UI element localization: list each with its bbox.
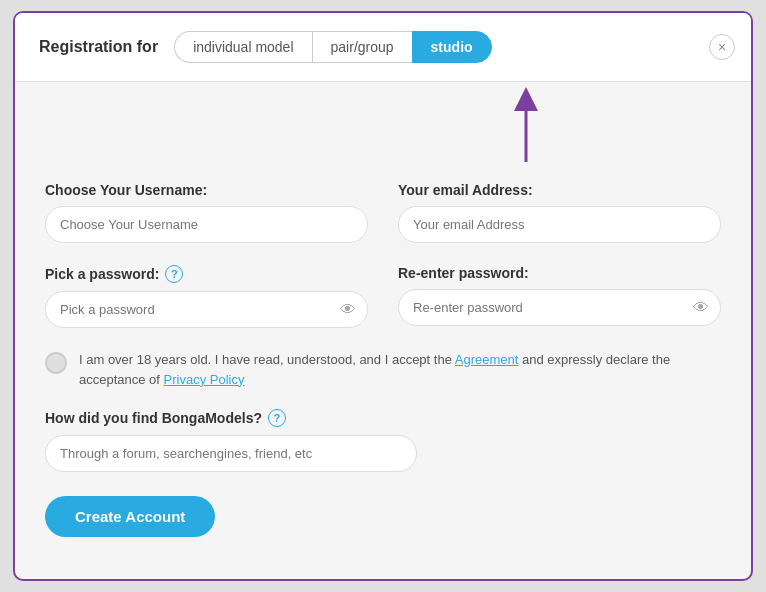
privacy-policy-link[interactable]: Privacy Policy bbox=[164, 372, 245, 387]
reenter-password-group: Re-enter password: 👁 bbox=[398, 265, 721, 328]
password-input[interactable] bbox=[45, 291, 368, 328]
reenter-label: Re-enter password: bbox=[398, 265, 721, 281]
password-group: Pick a password: ? 👁 bbox=[45, 265, 368, 328]
create-account-button[interactable]: Create Account bbox=[45, 496, 215, 537]
find-input[interactable] bbox=[45, 435, 417, 472]
password-help-icon[interactable]: ? bbox=[165, 265, 183, 283]
registration-modal: Registration for individual model pair/g… bbox=[13, 11, 753, 581]
reenter-eye-icon[interactable]: 👁 bbox=[693, 299, 709, 317]
find-help-icon[interactable]: ? bbox=[268, 409, 286, 427]
modal-title: Registration for bbox=[39, 38, 158, 56]
password-label: Pick a password: ? bbox=[45, 265, 368, 283]
modal-header: Registration for individual model pair/g… bbox=[15, 13, 751, 82]
find-label: How did you find BongaModels? ? bbox=[45, 409, 721, 427]
email-input[interactable] bbox=[398, 206, 721, 243]
tab-group: individual model pair/group studio bbox=[174, 31, 491, 63]
email-group: Your email Address: bbox=[398, 182, 721, 243]
tab-pair-group[interactable]: pair/group bbox=[312, 31, 412, 63]
form-row-2: Pick a password: ? 👁 Re-enter password: … bbox=[45, 265, 721, 328]
email-label: Your email Address: bbox=[398, 182, 721, 198]
password-eye-icon[interactable]: 👁 bbox=[340, 301, 356, 319]
tab-individual-model[interactable]: individual model bbox=[174, 31, 311, 63]
modal-body: Choose Your Username: Your email Address… bbox=[15, 172, 751, 567]
username-label: Choose Your Username: bbox=[45, 182, 368, 198]
agreement-checkbox[interactable] bbox=[45, 352, 67, 374]
reenter-input[interactable] bbox=[398, 289, 721, 326]
find-section: How did you find BongaModels? ? bbox=[45, 409, 721, 472]
arrow-container bbox=[15, 82, 751, 172]
username-group: Choose Your Username: bbox=[45, 182, 368, 243]
agreement-text: I am over 18 years old. I have read, und… bbox=[79, 350, 721, 389]
reenter-input-wrapper: 👁 bbox=[398, 289, 721, 326]
agreement-row: I am over 18 years old. I have read, und… bbox=[45, 350, 721, 389]
tab-studio[interactable]: studio bbox=[412, 31, 492, 63]
username-input[interactable] bbox=[45, 206, 368, 243]
password-input-wrapper: 👁 bbox=[45, 291, 368, 328]
form-row-1: Choose Your Username: Your email Address… bbox=[45, 182, 721, 243]
close-button[interactable]: × bbox=[709, 34, 735, 60]
arrow-indicator bbox=[496, 87, 556, 167]
agreement-link[interactable]: Agreement bbox=[455, 352, 519, 367]
